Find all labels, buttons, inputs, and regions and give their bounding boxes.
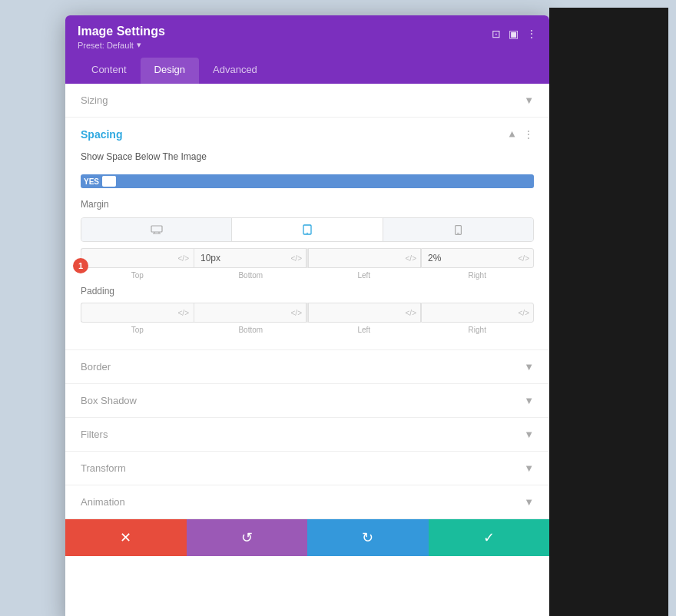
spacing-chevron: ▼ bbox=[507, 129, 517, 141]
save-button[interactable]: ✓ bbox=[429, 519, 550, 556]
preset-arrow-icon: ▾ bbox=[137, 40, 141, 50]
padding-left-input[interactable] bbox=[308, 303, 421, 323]
filters-title: Filters bbox=[81, 429, 108, 440]
spacing-header-icons: ▼ ⋮ bbox=[507, 128, 534, 141]
margin-left-right-pair: </> </> bbox=[307, 248, 534, 268]
margin-label: Margin bbox=[81, 199, 534, 210]
padding-top-input[interactable] bbox=[81, 303, 194, 323]
margin-inputs-wrap: 1 </> </> bbox=[81, 248, 534, 283]
filters-chevron: ▼ bbox=[524, 429, 534, 440]
spacing-header[interactable]: Spacing ▼ ⋮ bbox=[65, 118, 549, 151]
padding-right-wrap: </> bbox=[421, 303, 534, 323]
svg-rect-0 bbox=[151, 226, 162, 232]
spacing-dots-icon[interactable]: ⋮ bbox=[523, 128, 534, 141]
box-shadow-chevron: ▼ bbox=[524, 395, 534, 406]
margin-right-label: Right bbox=[421, 268, 535, 283]
transform-title: Transform bbox=[81, 462, 126, 474]
device-row bbox=[81, 217, 534, 242]
svg-point-5 bbox=[307, 233, 308, 234]
box-shadow-title: Box Shadow bbox=[81, 395, 137, 406]
margin-right-input[interactable] bbox=[421, 248, 534, 268]
margin-inputs-row: </> </> </> bbox=[81, 248, 534, 268]
tab-design[interactable]: Design bbox=[141, 58, 199, 84]
more-icon[interactable]: ⋮ bbox=[526, 28, 537, 40]
margin-left-wrap: </> bbox=[308, 248, 421, 268]
modal-panel: Image Settings Preset: Default ▾ ⊡ ▣ ⋮ C… bbox=[65, 15, 549, 616]
padding-bottom-wrap: </> bbox=[194, 303, 307, 323]
sizing-chevron: ▼ bbox=[524, 94, 534, 106]
margin-left-input[interactable] bbox=[308, 248, 421, 268]
padding-top-label: Top bbox=[81, 323, 194, 337]
margin-top-label: Top bbox=[81, 268, 194, 283]
padding-input-labels: Top Bottom Left Right bbox=[81, 323, 534, 337]
padding-bottom-label: Bottom bbox=[194, 323, 308, 337]
toggle-switch[interactable]: YES bbox=[81, 174, 534, 188]
margin-left-label: Left bbox=[307, 268, 421, 283]
spacing-content: Show Space Below The Image YES Margin bbox=[65, 151, 549, 349]
border-chevron: ▼ bbox=[524, 361, 534, 373]
modal-title: Image Settings bbox=[78, 25, 165, 38]
tab-advanced[interactable]: Advanced bbox=[199, 58, 271, 84]
dark-panel bbox=[549, 8, 668, 616]
padding-right-input[interactable] bbox=[421, 303, 534, 323]
toggle-row: Show Space Below The Image bbox=[81, 151, 534, 162]
margin-bottom-label: Bottom bbox=[194, 268, 308, 283]
tabs-row: Content Design Advanced bbox=[65, 58, 549, 84]
tab-content[interactable]: Content bbox=[78, 58, 141, 84]
modal-content: Sizing ▼ Spacing ▼ ⋮ Show Space Below Th bbox=[65, 84, 549, 519]
header-left: Image Settings Preset: Default ▾ bbox=[78, 25, 165, 50]
transform-chevron: ▼ bbox=[524, 462, 534, 474]
toggle-yes-label: YES bbox=[84, 177, 99, 186]
toggle-thumb bbox=[102, 176, 116, 187]
device-desktop[interactable] bbox=[81, 218, 232, 241]
animation-title: Animation bbox=[81, 496, 125, 508]
padding-top-bottom-pair: </> </> bbox=[81, 303, 307, 323]
modal-preset[interactable]: Preset: Default ▾ bbox=[78, 40, 165, 50]
cancel-button[interactable]: ✕ bbox=[65, 519, 187, 556]
modal-header: Image Settings Preset: Default ▾ ⊡ ▣ ⋮ bbox=[65, 15, 549, 58]
animation-chevron: ▼ bbox=[524, 496, 534, 508]
margin-top-input[interactable] bbox=[81, 248, 194, 268]
section-sizing: Sizing ▼ bbox=[65, 84, 549, 118]
device-tablet[interactable] bbox=[232, 218, 383, 241]
header-icons: ⊡ ▣ ⋮ bbox=[492, 28, 537, 40]
box-shadow-header[interactable]: Box Shadow ▼ bbox=[65, 384, 549, 417]
margin-top-bottom-pair: </> </> bbox=[81, 248, 307, 268]
spacing-title: Spacing bbox=[81, 128, 122, 141]
padding-bottom-input[interactable] bbox=[194, 303, 307, 323]
redo-button[interactable]: ↻ bbox=[307, 519, 429, 556]
padding-tb-labels: Top Bottom bbox=[81, 323, 307, 337]
section-box-shadow: Box Shadow ▼ bbox=[65, 384, 549, 418]
margin-tb-labels: Top Bottom bbox=[81, 268, 307, 283]
focus-icon[interactable]: ⊡ bbox=[492, 28, 501, 40]
toggle-switch-wrap: YES bbox=[81, 174, 534, 188]
border-header[interactable]: Border ▼ bbox=[65, 350, 549, 383]
split-icon[interactable]: ▣ bbox=[509, 28, 519, 40]
padding-right-label: Right bbox=[421, 323, 535, 337]
padding-left-label: Left bbox=[307, 323, 421, 337]
margin-top-wrap: </> bbox=[81, 248, 194, 268]
section-filters: Filters ▼ bbox=[65, 418, 549, 452]
section-border: Border ▼ bbox=[65, 350, 549, 384]
section-spacing: Spacing ▼ ⋮ Show Space Below The Image Y… bbox=[65, 118, 549, 350]
toggle-label: Show Space Below The Image bbox=[81, 151, 207, 162]
border-title: Border bbox=[81, 361, 111, 373]
transform-header[interactable]: Transform ▼ bbox=[65, 452, 549, 485]
section-animation: Animation ▼ bbox=[65, 485, 549, 519]
margin-bottom-wrap: </> bbox=[194, 248, 307, 268]
modal-footer: ✕ ↺ ↻ ✓ bbox=[65, 519, 549, 556]
margin-lr-labels: Left Right bbox=[307, 268, 534, 283]
red-badge: 1 bbox=[73, 258, 88, 273]
padding-left-wrap: </> bbox=[308, 303, 421, 323]
reset-button[interactable]: ↺ bbox=[187, 519, 308, 556]
filters-header[interactable]: Filters ▼ bbox=[65, 418, 549, 451]
sizing-header[interactable]: Sizing ▼ bbox=[65, 84, 549, 117]
padding-label: Padding bbox=[81, 286, 534, 296]
sizing-title: Sizing bbox=[81, 94, 108, 106]
margin-bottom-input[interactable] bbox=[194, 248, 307, 268]
padding-top-wrap: </> bbox=[81, 303, 194, 323]
padding-inputs-row: </> </> </> bbox=[81, 303, 534, 323]
animation-header[interactable]: Animation ▼ bbox=[65, 485, 549, 518]
section-transform: Transform ▼ bbox=[65, 452, 549, 485]
device-mobile[interactable] bbox=[383, 218, 533, 241]
